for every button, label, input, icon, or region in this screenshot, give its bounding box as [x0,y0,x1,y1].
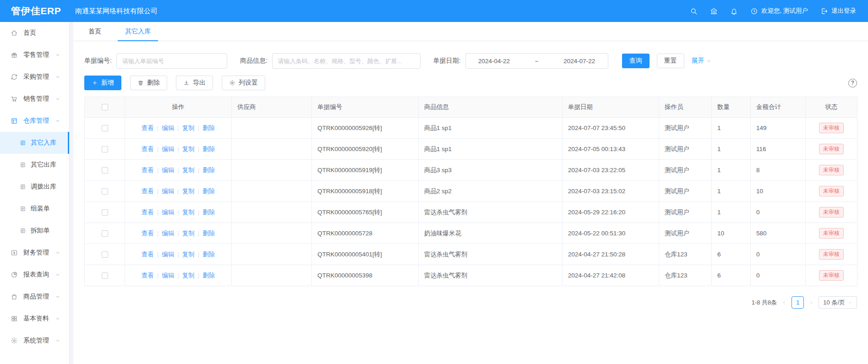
logout-button[interactable]: 退出登录 [820,7,856,15]
reset-button[interactable]: 重置 [657,54,684,68]
form-icon [11,117,18,125]
action-view-link[interactable]: 查看 [142,188,154,195]
next-page-button[interactable] [808,300,814,305]
sidebar-item-basic-data[interactable]: 基本资料 [0,308,69,330]
row-checkbox[interactable] [102,209,108,216]
sidebar-item-system[interactable]: 系统管理 [0,330,69,352]
bank-icon[interactable] [710,7,718,15]
action-view-link[interactable]: 查看 [142,209,154,216]
action-delete-link[interactable]: 删除 [202,209,215,216]
sidebar-item-home[interactable]: 首页 [0,22,69,44]
action-copy-link[interactable]: 复制 [182,230,195,237]
action-separator: | [198,167,200,174]
welcome-user[interactable]: 欢迎您, 测试用户 [750,7,808,15]
action-copy-link[interactable]: 复制 [182,209,195,216]
add-button[interactable]: 新增 [84,76,121,90]
product-info-input[interactable] [272,53,420,69]
date-range-picker[interactable]: 2024-04-22 ~ 2024-07-22 [465,53,608,69]
date-to[interactable]: 2024-07-22 [563,58,595,65]
prev-page-button[interactable] [781,300,787,305]
status-cell: 未审核 [806,223,857,244]
search-button[interactable]: 查询 [622,54,650,68]
action-separator: | [157,167,159,174]
column-header: 状态 [806,97,857,118]
action-edit-link[interactable]: 编辑 [162,272,174,279]
actions-cell: 查看|编辑|复制|删除 [125,223,232,244]
amount-cell: 10 [751,181,806,202]
action-copy-link[interactable]: 复制 [182,188,195,195]
action-copy-link[interactable]: 复制 [182,251,195,258]
sidebar-item-product[interactable]: 商品管理 [0,286,69,308]
action-delete-link[interactable]: 删除 [202,251,215,258]
action-edit-link[interactable]: 编辑 [162,167,174,174]
bell-icon[interactable] [730,7,738,15]
supplier-cell [232,160,312,181]
tab-other-inbound[interactable]: 其它入库 [118,22,158,41]
action-view-link[interactable]: 查看 [142,146,154,152]
action-copy-link[interactable]: 复制 [182,146,195,152]
action-separator: | [198,230,200,237]
row-checkbox[interactable] [102,251,108,258]
sidebar-item-purchase[interactable]: 采购管理 [0,66,69,88]
sidebar-item-finance[interactable]: 财务管理 [0,242,69,264]
action-edit-link[interactable]: 编辑 [162,209,174,216]
export-button[interactable]: 导出 [176,76,213,90]
current-page-button[interactable]: 1 [792,296,804,309]
doc-no-input[interactable] [116,53,227,69]
help-icon[interactable]: ? [848,79,857,87]
sidebar-item-warehouse[interactable]: 仓库管理 [0,110,69,132]
action-delete-link[interactable]: 删除 [202,188,215,195]
search-icon[interactable] [690,7,698,15]
sidebar-item-disassembly-order[interactable]: 拆卸单 [0,220,69,242]
action-view-link[interactable]: 查看 [142,167,154,174]
action-edit-link[interactable]: 编辑 [162,188,174,195]
action-delete-link[interactable]: 删除 [202,125,215,131]
tab-home[interactable]: 首页 [81,22,109,41]
action-edit-link[interactable]: 编辑 [162,230,174,237]
action-copy-link[interactable]: 复制 [182,272,195,279]
action-view-link[interactable]: 查看 [142,272,154,279]
expand-link[interactable]: 展开 [692,57,711,65]
sidebar-item-transfer-outbound[interactable]: 调拨出库 [0,176,69,198]
action-edit-link[interactable]: 编辑 [162,251,174,258]
select-all-checkbox[interactable] [102,104,108,110]
sidebar-item-retail[interactable]: 零售管理 [0,44,69,66]
table-row: 查看|编辑|复制|删除QTRK00000005926[转]商品1 sp12024… [85,118,857,139]
sidebar-item-assembly-order[interactable]: 组装单 [0,198,69,220]
sidebar-item-sales[interactable]: 销售管理 [0,88,69,110]
action-delete-link[interactable]: 删除 [202,167,215,174]
row-checkbox[interactable] [102,146,108,152]
action-edit-link[interactable]: 编辑 [162,125,174,131]
delete-label: 删除 [147,79,160,87]
action-delete-link[interactable]: 删除 [202,230,215,237]
delete-button[interactable]: 删除 [130,76,167,90]
action-view-link[interactable]: 查看 [142,251,154,258]
action-view-link[interactable]: 查看 [142,125,154,131]
operator-cell: 测试用户 [659,181,712,202]
action-copy-link[interactable]: 复制 [182,167,195,174]
qty-cell: 1 [712,160,751,181]
sidebar-item-other-inbound[interactable]: 其它入库 [0,132,69,154]
app-body: 首页零售管理采购管理销售管理仓库管理其它入库其它出库调拨出库组装单拆卸单财务管理… [0,22,868,364]
row-checkbox[interactable] [102,125,108,131]
sidebar-item-report-query[interactable]: 报表查询 [0,264,69,286]
doc-icon [20,140,26,146]
action-separator: | [157,251,159,258]
table-row: 查看|编辑|复制|删除QTRK00000005918[转]商品2 sp22024… [85,181,857,202]
column-settings-button[interactable]: 列设置 [222,76,265,90]
sidebar-item-other-outbound[interactable]: 其它出库 [0,154,69,176]
action-delete-link[interactable]: 删除 [202,272,215,279]
page-size-select[interactable]: 10 条/页 [819,296,857,309]
row-checkbox[interactable] [102,188,108,195]
action-delete-link[interactable]: 删除 [202,146,215,152]
date-from[interactable]: 2024-04-22 [478,58,510,65]
action-view-link[interactable]: 查看 [142,230,154,237]
row-checkbox[interactable] [102,230,108,237]
row-checkbox[interactable] [102,167,108,174]
action-copy-link[interactable]: 复制 [182,125,195,131]
doc-no-cell: QTRK00000005765[转] [312,202,419,223]
company-name: 南通某某网络科技有限公司 [75,7,158,16]
row-checkbox[interactable] [102,272,108,279]
operator-cell: 测试用户 [659,118,712,139]
action-edit-link[interactable]: 编辑 [162,146,174,152]
